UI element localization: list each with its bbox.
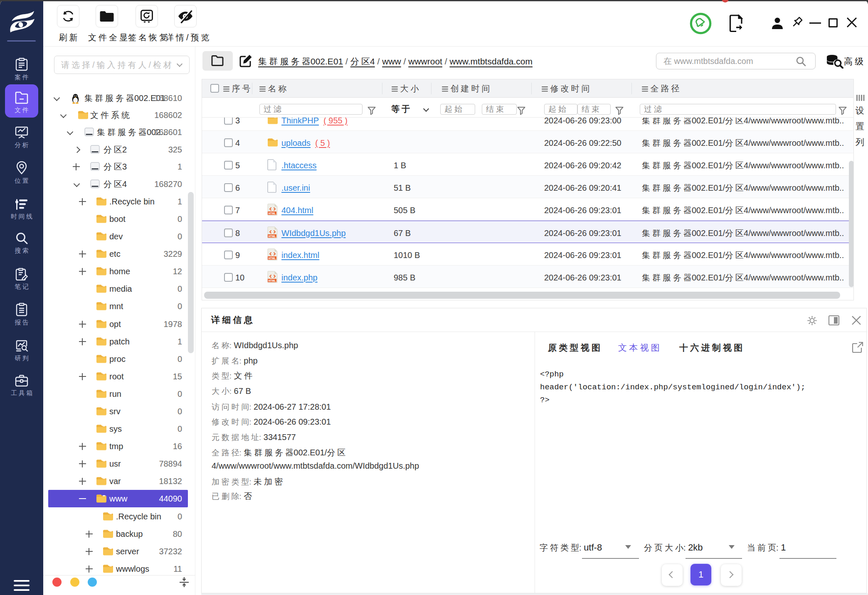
svg-text:HTML: HTML — [269, 211, 276, 214]
svg-text:HTML: HTML — [269, 279, 276, 282]
svg-text:HTML: HTML — [269, 234, 276, 237]
svg-text:HTML: HTML — [269, 256, 276, 259]
